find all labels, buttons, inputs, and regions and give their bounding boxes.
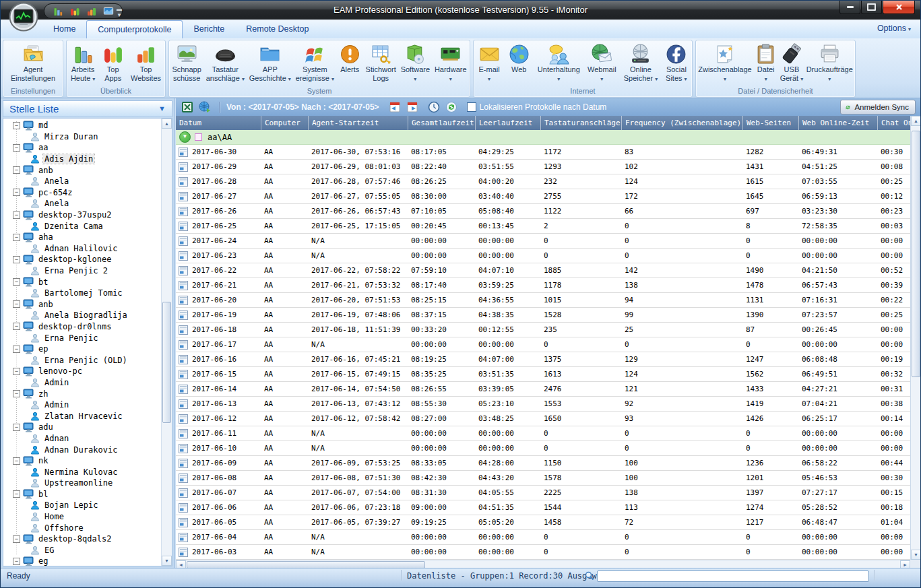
hardware-button[interactable]: Hardware ▾ [433,42,468,84]
table-row[interactable]: 2017-06-26AA2017-06-26, 06:57:4307:10:05… [176,204,910,219]
collapse-icon[interactable]: − [13,457,20,465]
table-row[interactable]: 2017-06-10AAN/A00:00:0000:00:0000000:00:… [176,441,910,456]
tree-user[interactable]: Erna Penjic 2 [3,265,172,277]
tree-computer[interactable]: −anb [3,299,172,311]
column-header[interactable]: Chat Online-Zeit [877,116,910,130]
software-button[interactable]: Software ▾ [400,42,431,84]
column-header[interactable]: Datum [176,116,261,130]
tree-user[interactable]: Anela [3,198,172,209]
app-logo-icon[interactable] [9,2,38,32]
arbeits-heute-button[interactable]: Arbeits Heute ▾ [69,42,96,84]
collapse-group-icon[interactable]: ▼ [179,131,191,143]
table-row[interactable]: 2017-06-19AA2017-06-19, 07:48:0608:37:15… [176,308,910,323]
tree-user[interactable]: Offshore [3,522,172,533]
tree-user[interactable]: Bartolomej Tomic [3,288,172,299]
collapse-icon[interactable]: − [13,390,20,397]
anmelden-sync-button[interactable]: Anmelden Sync [840,100,916,115]
usb-geraet-button[interactable]: USB Gerät ▾ [779,42,805,84]
tab-berichte[interactable]: Berichte [183,20,235,38]
collapse-icon[interactable]: − [13,368,20,375]
refresh-icon[interactable] [445,101,457,113]
tree-computer[interactable]: −eg [3,556,172,566]
tree-user[interactable]: Erna Penjic [3,332,172,344]
column-header[interactable]: Web Online-Zeit [798,116,877,130]
email-button[interactable]: E-mail ▾ [477,42,502,84]
tab-home[interactable]: Home [42,20,86,38]
tree-user[interactable]: Adnan Durakovic [3,444,172,455]
unterhaltung-button[interactable]: Unterhaltung ▾ [536,42,581,84]
collapse-icon[interactable]: − [13,122,20,129]
tab-remote-desktop[interactable]: Remote Desktop [235,20,319,38]
tree-user[interactable]: Erna Penjic (OLD) [3,354,172,366]
scroll-down-icon[interactable]: ▼ [911,550,921,560]
table-row[interactable]: 2017-06-18AA2017-06-18, 11:51:3900:33:20… [176,323,910,337]
tree-computer[interactable]: −ep [3,344,172,355]
column-header[interactable]: Tastaturanschläge [540,116,621,130]
table-row[interactable]: 2017-06-20AA2017-06-20, 07:51:5308:25:15… [176,293,910,308]
tree-user[interactable]: Home [3,511,172,523]
table-row[interactable]: 2017-06-28AA2017-06-28, 07:57:4608:26:25… [176,174,910,189]
status-search-input[interactable] [597,570,869,582]
calendar-next-icon[interactable] [406,101,418,113]
tree-computer[interactable]: −pc-654z [3,187,172,199]
top-websites-button[interactable]: Top Websites [129,42,162,83]
datei-button[interactable]: Datei ▾ [753,42,778,84]
html-export-icon[interactable] [199,101,212,113]
table-row[interactable]: 2017-06-03AAN/A00:00:0000:00:0000000:00:… [176,545,910,560]
table-row[interactable]: 2017-06-14AA2017-06-14, 07:54:5008:26:55… [176,382,910,397]
tastaturanschlaege-button[interactable]: Tastatur anschläge ▾ [205,42,246,84]
clock-icon[interactable] [428,101,440,113]
zwischenablage-button[interactable]: Zwischenablage ▾ [697,42,753,84]
search-icon[interactable] [585,571,594,581]
tab-computerprotokolle[interactable]: Computerprotokolle [86,20,183,38]
table-row[interactable]: 2017-06-07AA2017-06-07, 07:54:0008:31:30… [176,486,910,500]
tree-computer[interactable]: −zh [3,388,172,399]
collapse-icon[interactable]: − [13,558,20,565]
column-header[interactable]: Gesamtlaufzeit [408,116,475,130]
tree-scrollbar[interactable]: ▲ ▼ [161,119,172,566]
table-row[interactable]: 2017-06-21AA2017-06-21, 07:53:3208:17:40… [176,278,910,293]
tree-user[interactable]: Bojan Lepic [3,500,172,511]
collapse-icon[interactable]: − [13,346,20,353]
table-row[interactable]: 2017-06-06AA2017-06-06, 07:23:1809:00:00… [176,500,910,515]
tree-computer[interactable]: −desktop-8qdals2 [3,533,172,545]
alerts-button[interactable]: Alerts [338,42,362,74]
tree-user[interactable]: Mirza Duran [3,131,172,143]
collapse-icon[interactable]: − [13,211,20,219]
tree-user[interactable]: Dzenita Cama [3,220,172,232]
screen-snapshot-icon[interactable] [103,6,114,17]
collapse-icon[interactable]: − [13,535,20,543]
table-row[interactable]: 2017-06-23AAN/A00:00:0000:00:0000000:00:… [176,249,910,263]
stichwort-logs-button[interactable]: Stichwort Logs [364,42,398,83]
online-speicher-button[interactable]: Online Speicher ▾ [623,42,660,84]
tree-user[interactable]: Nermina Kulovac [3,466,172,478]
options-menu[interactable]: Options▾ [877,20,911,38]
tree-computer[interactable]: −bl [3,489,172,500]
collapse-icon[interactable]: − [13,234,20,241]
table-row[interactable]: 2017-06-13AA2017-06-13, 07:43:1208:55:30… [176,397,910,412]
web-button[interactable]: Web [507,42,532,74]
scroll-up-icon[interactable]: ▲ [162,119,172,129]
column-header[interactable]: Frequency (Zwischenablage) [621,116,742,130]
sidebar-header[interactable]: ▼ Stelle Liste [3,100,172,117]
tree-scroll-thumb[interactable] [162,302,171,423]
tree-user[interactable]: Upstreamonline [3,478,172,489]
druckauftraege-button[interactable]: Druckaufträge ▾ [805,42,854,84]
grid-vscrollbar[interactable]: ▲ ▼ [910,116,920,560]
table-row[interactable]: 2017-06-22AA2017-06-22, 07:58:2207:59:10… [176,263,910,278]
table-row[interactable]: 2017-06-08AA2017-06-08, 07:51:3008:42:30… [176,471,910,486]
table-row[interactable]: 2017-06-05AA2017-06-05, 07:39:2709:19:25… [176,515,910,530]
collapse-icon[interactable]: − [13,256,20,263]
column-header[interactable]: Leerlaufzeit [475,116,540,130]
table-row[interactable]: 2017-06-15AA2017-06-15, 07:49:1508:35:25… [176,367,910,382]
tree-computer[interactable]: −adu [3,422,172,433]
close-button[interactable] [883,1,915,14]
maximize-button[interactable] [861,1,882,14]
top-apps-chart-icon[interactable] [69,6,80,17]
tree-computer[interactable]: −aa [3,142,172,154]
grid-vscroll-thumb[interactable] [912,131,920,377]
tree-user[interactable]: Anela [3,176,172,187]
table-row[interactable]: 2017-06-25AA2017-06-25, 17:15:0500:20:45… [176,219,910,234]
top-apps-button[interactable]: Top Apps [100,42,125,83]
collapse-icon[interactable]: − [13,424,20,431]
